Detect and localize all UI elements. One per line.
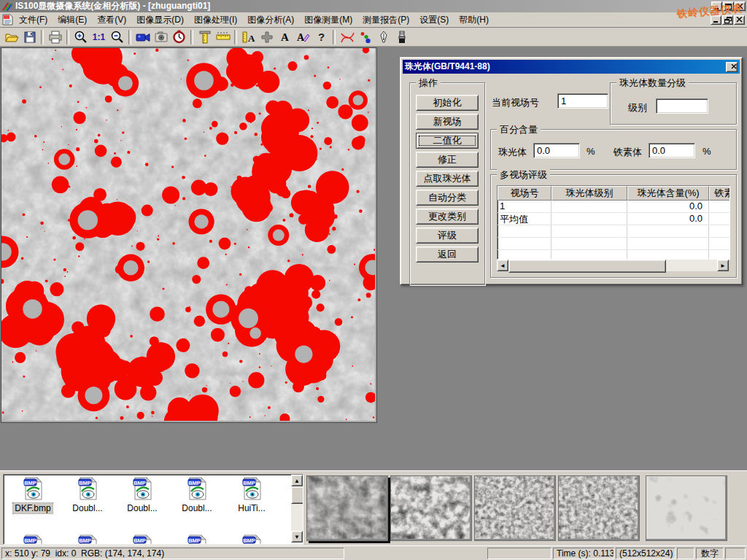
pearlite-percent-input[interactable]: 0.0 [533,143,580,158]
scroll-left-button[interactable]: ◄ [497,260,508,271]
multifield-group: 多视场评级 视场号珠光体级别珠光体含量(%)铁素体含量(%) 10.0平均值0.… [490,174,737,278]
file-item[interactable]: BMPHuiTi... [225,477,278,516]
dialog-close-button[interactable] [726,62,738,72]
menu-item-7[interactable]: 图像测量(M) [299,12,357,28]
measure-label-button[interactable]: A [239,28,258,45]
scrollbar-track[interactable] [666,260,717,271]
file-item[interactable]: BMP [7,534,59,545]
scroll-up-button[interactable]: ▲ [291,475,303,486]
svg-text:A: A [281,31,289,43]
menu-item-8[interactable]: 测量报告(P) [357,12,414,28]
table-row[interactable]: 平均值0.0 [498,213,729,225]
multifield-table: 视场号珠光体级别珠光体含量(%)铁素体含量(%) 10.0平均值0.0 [497,185,730,260]
thumbnail-3[interactable] [474,475,556,541]
menu-item-2[interactable]: 编辑(E) [53,12,92,28]
op-button-6[interactable]: 自动分类 [416,190,479,206]
grid-move-button[interactable] [258,28,276,45]
table-row[interactable] [498,250,729,260]
time-status: Time (s): 0.113 [553,548,614,559]
save-button[interactable] [20,28,39,45]
thumbnail-2[interactable] [390,475,472,541]
scrollbar-thumb[interactable] [508,260,666,273]
scroll-down-button[interactable]: ▼ [291,531,303,542]
level-input[interactable] [656,98,708,114]
camera-button[interactable] [152,28,170,45]
table-column-header: 珠光体级别 [551,186,627,201]
menu-item-1[interactable]: 文件(F) [14,12,53,28]
table-horizontal-scrollbar[interactable]: ◄ ► [497,260,729,271]
ruler-button[interactable] [214,28,232,45]
op-button-2[interactable]: 新视场 [416,114,479,130]
file-item[interactable]: BMP [171,534,223,545]
open-button[interactable] [2,28,20,45]
pen-button[interactable] [374,28,392,45]
op-button-3[interactable]: 二值化 [416,133,479,149]
thumbnail-1[interactable] [306,475,388,541]
ruler-icon [216,32,231,42]
op-button-4[interactable]: 修正 [416,152,479,168]
bottom-panel: BMPDKF.bmpBMPDoubl...BMPDoubl...BMPDoubl… [0,470,747,545]
op-button-9[interactable]: 返回 [416,246,479,262]
toolbar-separator [333,30,336,44]
status-cell-empty [725,548,746,559]
op-button-7[interactable]: 更改类别 [416,209,479,225]
op-button-1[interactable]: 初始化 [416,95,479,111]
video-camera-icon [136,31,150,43]
curve-tool-button[interactable] [338,28,356,45]
phase-dots-button[interactable] [356,28,374,45]
file-item[interactable]: BMPDoubl... [171,477,223,516]
title-bar: IS100显微摄像系统(金相分析版) - [zhuguangti01] [0,0,747,12]
bmp-file-icon: BMP [76,534,99,545]
file-item[interactable]: BMPDoubl... [116,477,169,516]
help-button[interactable]: ? [312,28,330,45]
zoom-in-button[interactable] [71,28,90,45]
table-row[interactable] [498,238,729,250]
video-capture-button[interactable] [133,28,152,45]
actual-size-icon: 1:1 [93,32,105,42]
thumbnail-4[interactable] [558,475,640,541]
table-cell [498,250,551,260]
open-icon [4,31,19,44]
caliper-button[interactable] [196,28,214,45]
dialog-body: 操作 初始化新视场二值化修正点取珠光体自动分类更改类别评级返回 当前视场号 1 … [403,74,740,284]
scrollbar-thumb[interactable] [291,486,303,504]
file-item[interactable]: BMPDKF.bmp [7,477,59,516]
annotate-button[interactable]: A [294,28,312,45]
pearlite-dialog: 珠光体(GB/T9441-88) 操作 初始化新视场二值化修正点取珠光体自动分类… [400,57,743,285]
brush-button[interactable] [392,28,411,45]
op-button-5[interactable]: 点取珠光体 [416,171,479,187]
table-row[interactable]: 10.0 [498,201,729,213]
print-button[interactable] [46,28,64,45]
table-cell: 0.0 [627,201,709,212]
timer-button[interactable] [170,28,188,45]
zoom-out-button[interactable] [108,28,126,45]
menu-item-10[interactable]: 帮助(H) [454,12,494,28]
table-row[interactable] [498,225,729,238]
document-icon[interactable] [1,14,14,26]
file-item[interactable]: BMP [225,534,278,545]
child-close-button[interactable] [734,15,745,25]
micrograph-image[interactable] [1,47,377,423]
curve-tool-icon [340,31,355,44]
svg-text:BMP: BMP [24,480,36,486]
current-field-input[interactable]: 1 [557,93,608,109]
menu-item-3[interactable]: 查看(V) [92,12,131,28]
table-cell [551,250,627,260]
operations-group: 操作 初始化新视场二值化修正点取珠光体自动分类更改类别评级返回 [409,82,485,285]
application-window: IS100显微摄像系统(金相分析版) - [zhuguangti01] 铁岭仪器… [0,0,747,560]
file-list-scrollbar[interactable]: ▲ ▼ [291,475,303,542]
file-item[interactable]: BMPDoubl... [61,477,114,516]
file-item[interactable]: BMP [116,534,169,545]
ferrite-percent-input[interactable]: 0.0 [649,143,695,158]
dialog-title-bar[interactable]: 珠光体(GB/T9441-88) [403,60,740,74]
menu-item-6[interactable]: 图像分析(A) [242,12,299,28]
scroll-right-button[interactable]: ► [717,260,729,271]
menu-item-5[interactable]: 图像处理(I) [189,12,242,28]
menu-item-4[interactable]: 图像显示(D) [131,12,189,28]
file-item[interactable]: BMP [61,534,114,545]
menu-item-9[interactable]: 设置(S) [414,12,454,28]
op-button-8[interactable]: 评级 [416,228,479,244]
font-button[interactable]: A [276,28,294,45]
actual-size-button[interactable]: 1:1 [90,28,108,45]
thumbnail-5[interactable] [646,475,727,541]
